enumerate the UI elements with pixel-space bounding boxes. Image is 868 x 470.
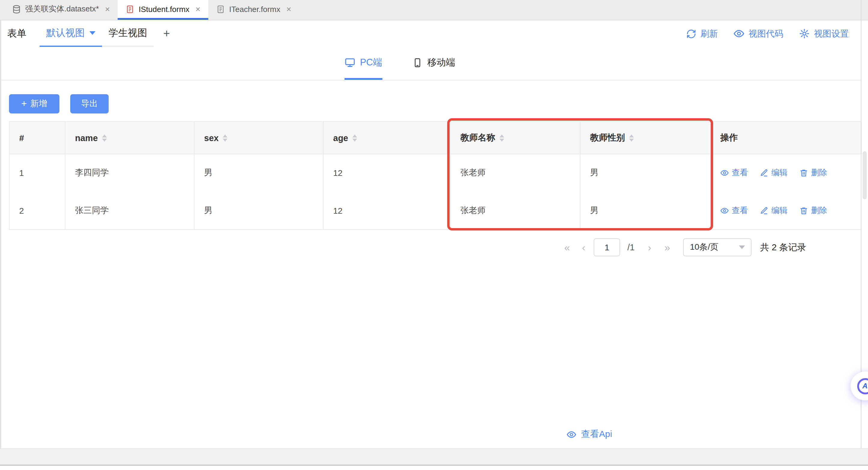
- export-button[interactable]: 导出: [70, 94, 108, 114]
- view-api-link[interactable]: 查看Api: [567, 429, 612, 440]
- column-header-index: #: [10, 122, 65, 154]
- table-cell: 张三同学: [65, 191, 194, 229]
- table-cell: 2: [10, 191, 65, 229]
- next-page-button[interactable]: ›: [648, 242, 651, 252]
- view-tab-student[interactable]: 学生视图: [102, 21, 154, 47]
- form-label: 表单: [7, 21, 26, 47]
- column-header-name: name: [65, 122, 194, 154]
- close-icon[interactable]: ×: [105, 5, 110, 13]
- refresh-button[interactable]: 刷新: [686, 28, 718, 39]
- table-row-operations: 查看 编辑 删除: [711, 191, 862, 229]
- plus-icon: +: [21, 99, 27, 108]
- sort-icon[interactable]: [352, 134, 357, 142]
- chevron-down-icon: [89, 31, 95, 35]
- close-icon[interactable]: ×: [195, 5, 200, 13]
- window-tab-iteacher[interactable]: ITeacher.formx ×: [208, 0, 299, 20]
- last-page-button[interactable]: »: [664, 242, 670, 252]
- table-cell: 12: [323, 154, 451, 191]
- table-cell: 张老师: [451, 191, 581, 229]
- view-row-button[interactable]: 查看: [720, 205, 748, 216]
- column-header-sex: sex: [194, 122, 323, 154]
- delete-icon: [800, 169, 808, 177]
- page-number-input[interactable]: [594, 238, 620, 256]
- export-label: 导出: [81, 98, 98, 109]
- gear-icon: [799, 28, 810, 39]
- view-tab-label: 学生视图: [108, 27, 147, 39]
- view-toolbar: 表单 默认视图 学生视图 + 刷新: [0, 21, 861, 47]
- view-settings-button[interactable]: 视图设置: [799, 28, 849, 39]
- tab-pc-label: PC端: [360, 56, 382, 69]
- edit-icon: [760, 169, 768, 177]
- column-header-operations: 操作: [711, 122, 862, 154]
- refresh-label: 刷新: [701, 28, 718, 39]
- view-row-button[interactable]: 查看: [720, 167, 748, 178]
- table-cell: 男: [581, 191, 711, 229]
- pagination: « ‹ /1 › » 10条/页 共 2 条记录: [564, 238, 806, 257]
- view-tabs: 默认视图 学生视图: [40, 21, 154, 47]
- total-records-label: 共 2 条记录: [760, 242, 806, 253]
- table-cell: 男: [194, 191, 323, 229]
- view-settings-label: 视图设置: [814, 28, 849, 39]
- add-label: 新增: [30, 98, 47, 109]
- eye-icon: [567, 430, 576, 439]
- sort-icon[interactable]: [102, 134, 107, 142]
- assistant-button[interactable]: A: [850, 372, 868, 400]
- window-tab-label: 强关联实体.datasetx*: [25, 4, 99, 14]
- column-header-teacher-name: 教师名称: [451, 122, 581, 154]
- view-code-button[interactable]: 视图代码: [734, 28, 783, 39]
- table-row-operations: 查看 编辑 删除: [711, 154, 862, 191]
- sort-icon[interactable]: [629, 134, 634, 142]
- view-actions: 刷新 视图代码 视图设置: [686, 21, 849, 47]
- delete-row-button[interactable]: 删除: [800, 205, 827, 216]
- edit-icon: [760, 206, 768, 215]
- table-cell: 12: [323, 191, 451, 229]
- edit-row-button[interactable]: 编辑: [760, 167, 787, 178]
- close-icon[interactable]: ×: [286, 5, 291, 13]
- page-size-select[interactable]: 10条/页: [683, 238, 752, 256]
- mobile-icon: [412, 57, 423, 67]
- window-tab-label: IStudent.formx: [139, 4, 189, 13]
- sort-icon[interactable]: [223, 134, 227, 142]
- table-cell: 李四同学: [65, 154, 194, 191]
- data-table: # name sex age 教师名称 教师性别 操作 1 李四同学 男 12 …: [9, 121, 861, 230]
- monitor-icon: [344, 57, 355, 68]
- column-header-age: age: [323, 122, 451, 154]
- database-icon: [12, 4, 21, 13]
- scrollbar-thumb[interactable]: [863, 151, 867, 199]
- app-window: 强关联实体.datasetx* × IStudent.formx × ITeac…: [0, 0, 868, 470]
- sort-icon[interactable]: [499, 134, 504, 142]
- eye-icon: [720, 169, 729, 177]
- tab-pc[interactable]: PC端: [344, 47, 382, 80]
- window-tab-label: ITeacher.formx: [229, 4, 281, 13]
- table-cell: 1: [10, 154, 65, 191]
- table-cell: 男: [581, 154, 711, 191]
- view-tab-label: 默认视图: [46, 27, 85, 39]
- first-page-button[interactable]: «: [564, 242, 570, 252]
- delete-icon: [800, 206, 808, 215]
- table-actions-bar: + 新增 导出: [9, 94, 108, 114]
- prev-page-button[interactable]: ‹: [582, 242, 585, 252]
- delete-row-button[interactable]: 删除: [800, 167, 827, 178]
- table-cell: 张老师: [451, 154, 581, 191]
- add-button[interactable]: + 新增: [9, 94, 59, 114]
- column-header-teacher-sex: 教师性别: [581, 122, 711, 154]
- panel-divider: [0, 21, 1, 448]
- refresh-icon: [686, 29, 696, 39]
- eye-icon: [720, 206, 729, 215]
- view-api-label: 查看Api: [581, 429, 612, 440]
- table-cell: 男: [194, 154, 323, 191]
- add-view-button[interactable]: +: [163, 21, 170, 47]
- view-tab-default[interactable]: 默认视图: [40, 21, 102, 47]
- view-code-label: 视图代码: [748, 28, 783, 39]
- edit-row-button[interactable]: 编辑: [760, 205, 787, 216]
- eye-icon: [734, 28, 744, 39]
- window-tabbar: 强关联实体.datasetx* × IStudent.formx × ITeac…: [0, 0, 868, 21]
- status-bar: [0, 448, 868, 466]
- window-tab-istudent[interactable]: IStudent.formx ×: [118, 0, 208, 20]
- tab-mobile[interactable]: 移动端: [412, 47, 455, 80]
- window-tab-dataset[interactable]: 强关联实体.datasetx* ×: [4, 0, 118, 20]
- assistant-logo-icon: A: [857, 378, 868, 394]
- page-count-label: /1: [627, 243, 634, 252]
- page-size-value: 10条/页: [690, 242, 718, 253]
- chevron-down-icon: [739, 246, 745, 249]
